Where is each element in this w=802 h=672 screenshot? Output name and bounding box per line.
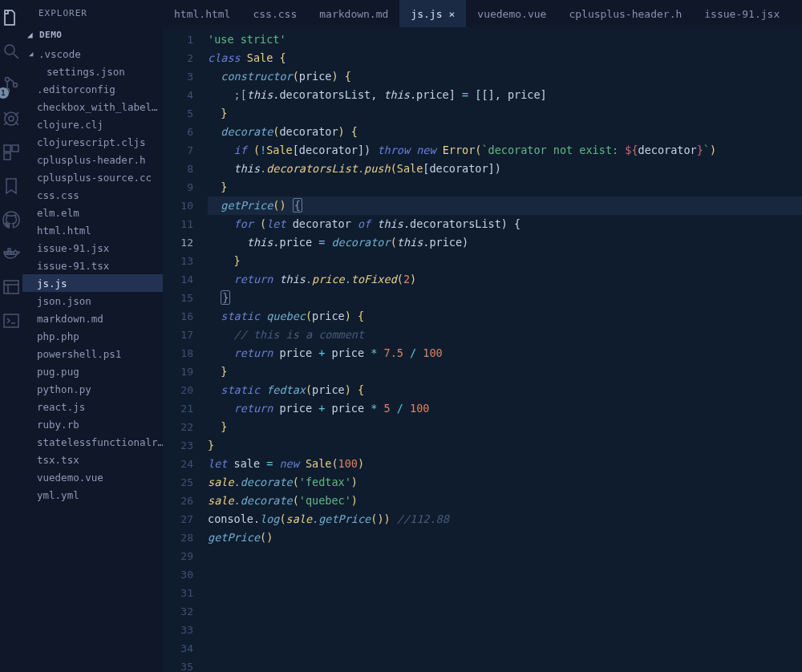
sidebar: EXPLORER ◢ DEMO ◢ .vscodesettings.json.e… [22, 0, 163, 672]
tree-file[interactable]: css.css [22, 186, 163, 204]
line-number: 6 [163, 123, 193, 141]
line-number: 28 [163, 528, 193, 547]
line-number: 33 [163, 621, 193, 639]
github-icon[interactable] [0, 208, 22, 231]
line-number: 14 [163, 270, 193, 289]
tree-root[interactable]: ◢ DEMO [22, 25, 163, 45]
line-number: 27 [163, 510, 193, 528]
editor-area: html.htmlcss.cssmarkdown.mdjs.js×vuedemo… [163, 0, 802, 672]
tree-file[interactable]: python.py [22, 380, 163, 398]
svg-point-0 [5, 45, 14, 55]
line-number: 3 [163, 67, 193, 86]
line-number: 25 [163, 473, 193, 492]
editor-tab[interactable]: js.js× [399, 0, 466, 27]
line-number: 15 [163, 289, 193, 307]
editor-tab[interactable]: css.css [241, 0, 308, 27]
svg-point-3 [14, 83, 18, 87]
tree-file[interactable]: clojurescript.cljs [22, 133, 163, 151]
editor-tab[interactable]: html.html [163, 0, 241, 27]
line-number: 16 [163, 307, 193, 326]
svg-point-1 [6, 78, 10, 82]
tree-file[interactable]: statelessfunctionalr… [22, 433, 163, 451]
line-number: 7 [163, 141, 193, 160]
tree-file[interactable]: settings.json [22, 63, 163, 80]
tree-file[interactable]: js.js [22, 274, 163, 292]
line-number: 8 [163, 160, 193, 178]
terminal-icon[interactable] [0, 310, 22, 332]
preview-icon[interactable] [0, 276, 22, 298]
svg-rect-14 [4, 314, 18, 327]
svg-rect-12 [8, 249, 10, 251]
tree-file[interactable]: tsx.tsx [22, 451, 163, 468]
sidebar-title: EXPLORER [22, 0, 163, 25]
search-icon[interactable] [0, 40, 22, 63]
debug-icon[interactable] [0, 107, 22, 130]
tree-file[interactable]: yml.yml [22, 486, 163, 504]
scm-icon[interactable]: 1 [0, 74, 22, 96]
line-number: 4 [163, 86, 193, 104]
tree-file[interactable]: issue-91.jsx [22, 239, 163, 257]
tree-file[interactable]: ruby.rb [22, 415, 163, 433]
line-number: 11 [163, 215, 193, 233]
line-number: 31 [163, 584, 193, 602]
docker-icon[interactable] [0, 242, 22, 265]
line-number: 18 [163, 344, 193, 362]
line-number: 32 [163, 602, 193, 621]
tree-file[interactable]: issue-91.tsx [22, 257, 163, 274]
files-icon[interactable] [0, 6, 22, 29]
line-number: 21 [163, 399, 193, 418]
line-number: 34 [163, 639, 193, 658]
tree-file[interactable]: cplusplus-source.cc [22, 168, 163, 186]
tree-file[interactable]: checkbox_with_label… [22, 98, 163, 115]
tree-file[interactable]: clojure.clj [22, 115, 163, 133]
editor-tab[interactable]: issue-91.jsx [693, 0, 791, 27]
tree-file[interactable]: elm.elm [22, 204, 163, 221]
line-number: 5 [163, 104, 193, 123]
app-root: 1 EXPLORER ◢ DEMO ◢ .vscodesettings. [0, 0, 802, 672]
line-number: 23 [163, 436, 193, 455]
tree-file[interactable]: markdown.md [22, 310, 163, 327]
line-number: 35 [163, 658, 193, 672]
code-content[interactable]: 'use strict'class Sale { constructor(pri… [208, 30, 802, 672]
tree-file[interactable]: json.json [22, 292, 163, 310]
editor-tab[interactable]: vuedemo.vue [466, 0, 557, 27]
tree-folder[interactable]: ◢ .vscode [22, 45, 163, 63]
line-number: 1 [163, 30, 193, 49]
line-number: 29 [163, 547, 193, 565]
line-number: 26 [163, 492, 193, 510]
line-number: 13 [163, 252, 193, 270]
file-tree: ◢ .vscodesettings.json.editorconfigcheck… [22, 45, 163, 672]
code-area: 1234567891011121314151617181920212223242… [163, 27, 802, 672]
line-number: 17 [163, 326, 193, 344]
svg-rect-13 [4, 281, 18, 293]
tree-file[interactable]: .editorconfig [22, 80, 163, 98]
line-number: 24 [163, 455, 193, 473]
svg-rect-8 [4, 153, 10, 160]
tree-file[interactable]: powershell.ps1 [22, 345, 163, 362]
chevron-down-icon: ◢ [27, 30, 37, 40]
tab-bar: html.htmlcss.cssmarkdown.mdjs.js×vuedemo… [163, 0, 802, 27]
editor-tab[interactable]: cp [791, 0, 802, 27]
close-icon[interactable]: × [448, 8, 455, 20]
svg-point-5 [9, 116, 14, 121]
tree-file[interactable]: pug.pug [22, 362, 163, 380]
line-number: 20 [163, 381, 193, 399]
tree-file[interactable]: html.html [22, 221, 163, 239]
line-number: 9 [163, 178, 193, 196]
line-number: 12 [163, 233, 193, 252]
root-label: DEMO [39, 30, 63, 40]
bookmark-icon[interactable] [0, 175, 22, 197]
tree-file[interactable]: cplusplus-header.h [22, 151, 163, 168]
line-number: 30 [163, 565, 193, 584]
tree-file[interactable]: react.js [22, 398, 163, 415]
tree-file[interactable]: vuedemo.vue [22, 468, 163, 486]
svg-rect-7 [12, 145, 18, 152]
activity-bar: 1 [0, 0, 22, 672]
editor-tab[interactable]: cplusplus-header.h [557, 0, 693, 27]
line-number: 19 [163, 362, 193, 381]
line-number: 22 [163, 418, 193, 436]
tree-file[interactable]: php.php [22, 327, 163, 345]
line-number: 2 [163, 49, 193, 67]
editor-tab[interactable]: markdown.md [308, 0, 399, 27]
extensions-icon[interactable] [0, 141, 22, 164]
